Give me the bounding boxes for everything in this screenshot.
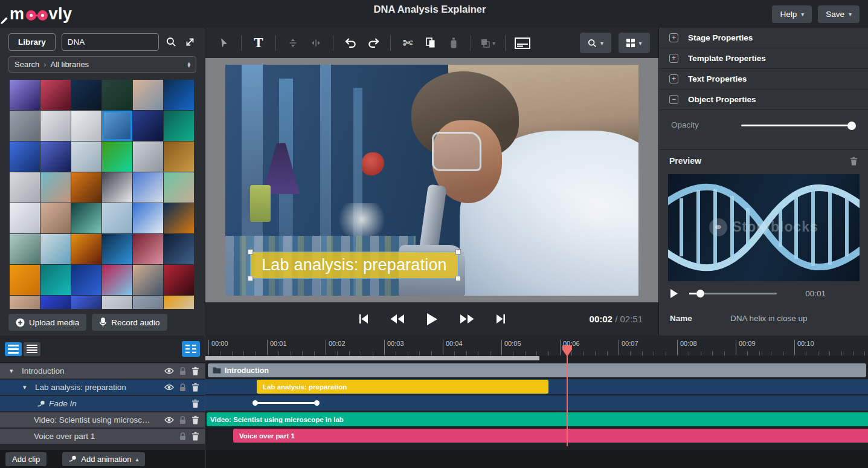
library-thumbnail[interactable] xyxy=(102,203,132,233)
library-thumbnail[interactable] xyxy=(164,141,194,172)
clip-introduction[interactable]: Introduction xyxy=(208,363,866,377)
library-scope-select[interactable]: Search › All libraries ▴▾ xyxy=(8,56,196,73)
preview-seek-knob[interactable] xyxy=(696,290,704,297)
library-thumbnail[interactable] xyxy=(40,111,71,141)
library-thumbnail[interactable] xyxy=(102,296,132,309)
section-text-properties[interactable]: + Text Properties xyxy=(659,69,868,89)
library-thumbnail[interactable] xyxy=(133,234,163,264)
library-thumbnail[interactable] xyxy=(40,296,71,309)
library-thumbnail[interactable] xyxy=(164,265,194,295)
preview-play-icon[interactable] xyxy=(670,288,678,299)
paste-icon[interactable] xyxy=(443,33,464,53)
track-row-fade-in[interactable]: Fade In xyxy=(0,396,205,411)
lock-icon[interactable] xyxy=(179,432,186,441)
library-thumbnail[interactable] xyxy=(133,111,163,141)
skip-start-icon[interactable] xyxy=(359,314,368,324)
library-thumbnail[interactable] xyxy=(164,172,194,203)
library-thumbnail[interactable] xyxy=(71,265,101,295)
rewind-icon[interactable] xyxy=(390,314,405,324)
library-thumbnail[interactable] xyxy=(10,111,40,141)
library-thumbnail[interactable] xyxy=(164,296,194,309)
add-clip-button[interactable]: Add clip xyxy=(5,452,47,466)
captions-icon[interactable] xyxy=(512,33,533,53)
clip-voiceover[interactable]: Voice over part 1 xyxy=(233,429,868,443)
visibility-icon[interactable] xyxy=(164,368,174,374)
trash-icon[interactable] xyxy=(191,383,199,392)
moovly-logo[interactable]: m vly xyxy=(10,5,72,24)
library-thumbnail[interactable] xyxy=(102,265,132,295)
copy-icon[interactable] xyxy=(420,33,441,53)
library-thumbnail[interactable] xyxy=(71,172,101,203)
library-tab[interactable]: Library xyxy=(8,33,56,51)
library-thumbnail[interactable] xyxy=(71,234,101,264)
resize-handle[interactable] xyxy=(248,276,253,281)
section-stage-properties[interactable]: + Stage Properties xyxy=(659,28,868,48)
library-thumbnail[interactable] xyxy=(10,265,40,295)
timeline-tracks-area[interactable]: 00:0000:0100:0200:0300:0400:0500:0600:07… xyxy=(205,336,868,450)
library-thumbnail[interactable] xyxy=(10,172,40,203)
library-thumbnail[interactable] xyxy=(133,296,163,309)
cut-icon[interactable]: ✄ xyxy=(397,33,418,53)
distribute-horizontal-icon[interactable] xyxy=(306,33,326,53)
library-thumbnail[interactable] xyxy=(102,172,132,203)
redo-icon[interactable] xyxy=(363,33,384,53)
section-object-properties[interactable]: − Object Properties xyxy=(659,89,868,110)
library-thumbnail[interactable] xyxy=(133,172,163,203)
library-thumbnail[interactable] xyxy=(10,234,40,264)
canvas-text-object[interactable]: Lab analysis: preparation xyxy=(250,252,458,279)
library-thumbnail[interactable] xyxy=(40,141,71,172)
scrollbar-thumb[interactable] xyxy=(205,356,539,360)
library-thumbnail[interactable] xyxy=(164,203,194,233)
record-audio-button[interactable]: Record audio xyxy=(92,314,167,331)
library-thumbnail[interactable] xyxy=(133,141,163,172)
animation-end-dot[interactable] xyxy=(314,400,320,406)
library-thumbnail[interactable] xyxy=(102,80,132,110)
library-thumbnail[interactable] xyxy=(102,234,132,264)
timeline-ruler[interactable]: 00:0000:0100:0200:0300:0400:0500:0600:07… xyxy=(205,336,868,356)
track-row-voiceover[interactable]: Voice over part 1 xyxy=(0,429,205,444)
lock-icon[interactable] xyxy=(179,383,186,392)
fast-forward-icon[interactable] xyxy=(460,314,474,324)
lock-icon[interactable] xyxy=(179,367,186,375)
track-row-title[interactable]: ▾ Lab analysis: preparation xyxy=(0,380,205,395)
track-row-video[interactable]: Video: Scientist using microscope in lab xyxy=(0,412,205,427)
library-thumbnail[interactable] xyxy=(40,172,71,203)
split-view-button[interactable] xyxy=(182,341,200,357)
library-thumbnail[interactable] xyxy=(40,203,71,233)
skip-end-icon[interactable] xyxy=(496,314,506,324)
track-row-introduction[interactable]: ▾ Introduction xyxy=(0,363,205,379)
library-thumbnail[interactable] xyxy=(40,80,71,110)
play-icon[interactable] xyxy=(426,313,438,326)
library-thumbnail[interactable] xyxy=(10,80,40,110)
library-thumbnail[interactable] xyxy=(40,234,71,264)
library-thumbnail[interactable] xyxy=(10,203,40,233)
animation-duration-handle[interactable] xyxy=(254,402,318,404)
opacity-slider[interactable] xyxy=(741,125,855,126)
resize-handle[interactable] xyxy=(248,249,253,255)
library-thumbnail[interactable] xyxy=(102,111,132,141)
trash-icon[interactable] xyxy=(850,157,858,166)
library-thumbnail[interactable] xyxy=(133,265,163,295)
clip-title[interactable]: Lab analysis: preparation xyxy=(257,380,548,394)
expand-panel-icon[interactable] xyxy=(184,36,196,48)
library-thumbnail[interactable] xyxy=(10,141,40,172)
visibility-icon[interactable] xyxy=(164,384,174,391)
trash-icon[interactable] xyxy=(191,432,199,441)
lock-icon[interactable] xyxy=(179,416,186,424)
resize-handle[interactable] xyxy=(455,249,461,255)
resize-handle[interactable] xyxy=(455,276,461,281)
timeline-scrollbar[interactable] xyxy=(205,356,868,362)
trash-icon[interactable] xyxy=(191,366,199,375)
view-compact-toggle[interactable] xyxy=(5,342,22,356)
chevron-down-icon[interactable]: ▾ xyxy=(10,367,17,375)
library-thumbnail[interactable] xyxy=(164,111,194,141)
library-thumbnail[interactable] xyxy=(71,203,101,233)
trash-icon[interactable] xyxy=(191,399,199,408)
undo-icon[interactable] xyxy=(340,33,361,53)
library-thumbnail[interactable] xyxy=(71,141,101,172)
edit-title-icon[interactable] xyxy=(0,16,868,25)
opacity-slider-knob[interactable] xyxy=(847,122,856,130)
library-thumbnail[interactable] xyxy=(164,80,194,110)
stage-video[interactable]: Lab analysis: preparation xyxy=(225,65,638,296)
select-tool-icon[interactable] xyxy=(214,33,234,53)
